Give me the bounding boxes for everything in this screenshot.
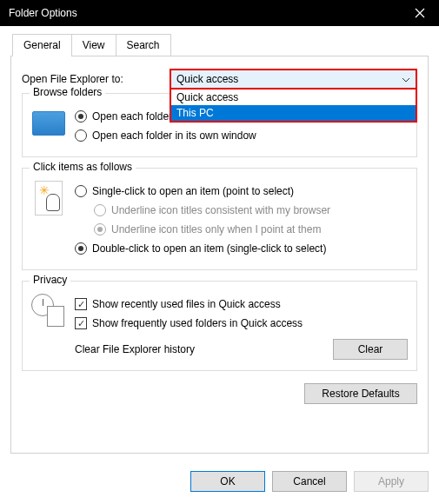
group-privacy-legend: Privacy <box>30 274 70 286</box>
ok-button[interactable]: OK <box>190 471 265 492</box>
close-button[interactable] <box>400 0 439 26</box>
checkbox-icon <box>75 298 87 310</box>
check-label: Show recently used files in Quick access <box>92 298 281 310</box>
apply-button: Apply <box>354 471 429 492</box>
option-this-pc[interactable]: This PC <box>171 105 416 121</box>
dialog-footer: OK Cancel Apply <box>0 464 439 502</box>
restore-defaults-button[interactable]: Restore Defaults <box>304 383 417 404</box>
radio-label: Single-click to open an item (point to s… <box>92 185 294 197</box>
radio-label: Underline icon titles only when I point … <box>111 223 321 235</box>
radio-icon <box>94 204 106 216</box>
check-row-recent-files[interactable]: Show recently used files in Quick access <box>75 295 408 313</box>
radio-row-own-window[interactable]: Open each folder in its own window <box>75 127 408 144</box>
option-quick-access[interactable]: Quick access <box>171 90 416 105</box>
radio-row-underline-point: Underline icon titles only when I point … <box>94 221 408 238</box>
open-explorer-combo-wrap: Quick access Quick access This PC <box>170 69 417 90</box>
radio-icon <box>75 110 87 123</box>
privacy-icon <box>31 294 66 328</box>
combo-selected-text: Quick access <box>176 73 238 85</box>
radio-icon <box>75 242 87 255</box>
radio-icon <box>94 223 106 235</box>
click-items-icon <box>31 181 66 216</box>
group-click-items: Click items as follows Single-click to o… <box>22 168 417 270</box>
chevron-down-icon <box>402 76 410 84</box>
open-explorer-combo[interactable]: Quick access <box>170 69 417 90</box>
check-label: Show frequently used folders in Quick ac… <box>92 317 303 329</box>
tab-panel-general: Open File Explorer to: Quick access Quic… <box>10 56 429 454</box>
title-bar: Folder Options <box>0 0 439 26</box>
radio-label: Underline icon titles consistent with my… <box>111 204 330 216</box>
radio-row-single-click[interactable]: Single-click to open an item (point to s… <box>75 182 408 200</box>
tab-strip: General View Search <box>12 34 429 56</box>
radio-icon <box>75 185 87 197</box>
radio-label: Double-click to open an item (single-cli… <box>92 242 326 255</box>
check-row-freq-folders[interactable]: Show frequently used folders in Quick ac… <box>75 315 408 332</box>
clear-button[interactable]: Clear <box>333 339 408 360</box>
cancel-button[interactable]: Cancel <box>272 471 347 492</box>
clear-history-label: Clear File Explorer history <box>75 343 195 355</box>
tab-general[interactable]: General <box>12 34 72 56</box>
restore-row: Restore Defaults <box>22 383 417 404</box>
clear-history-row: Clear File Explorer history Clear <box>75 339 408 360</box>
radio-row-underline-browser: Underline icon titles consistent with my… <box>94 202 408 219</box>
open-explorer-dropdown: Quick access This PC <box>170 90 417 123</box>
tab-search[interactable]: Search <box>116 34 171 56</box>
browse-folders-icon <box>31 106 66 141</box>
window-title: Folder Options <box>9 7 430 19</box>
radio-icon <box>75 129 87 142</box>
dialog-content: General View Search Open File Explorer t… <box>0 26 439 464</box>
radio-label: Open each folder in its own window <box>92 129 256 142</box>
group-click-legend: Click items as follows <box>30 161 136 173</box>
close-icon <box>415 8 425 18</box>
tab-view[interactable]: View <box>71 34 116 56</box>
group-privacy: Privacy Show recently used files in Quic… <box>22 281 417 371</box>
checkbox-icon <box>75 317 87 329</box>
radio-row-double-click[interactable]: Double-click to open an item (single-cli… <box>75 240 408 257</box>
open-explorer-label: Open File Explorer to: <box>22 73 170 85</box>
group-browse-legend: Browse folders <box>30 86 105 98</box>
